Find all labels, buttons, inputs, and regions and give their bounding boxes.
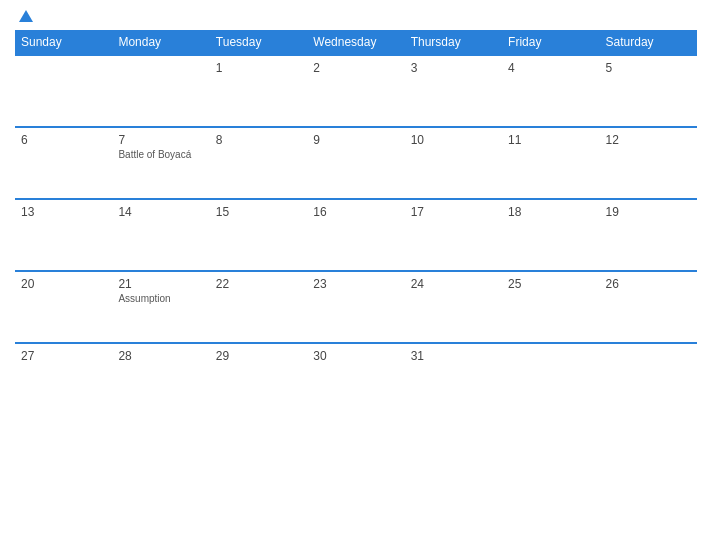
calendar-cell bbox=[15, 55, 112, 127]
day-number: 18 bbox=[508, 205, 593, 219]
calendar-cell: 13 bbox=[15, 199, 112, 271]
calendar-cell bbox=[112, 55, 209, 127]
day-number: 20 bbox=[21, 277, 106, 291]
calendar-cell: 15 bbox=[210, 199, 307, 271]
day-number: 11 bbox=[508, 133, 593, 147]
weekday-header-monday: Monday bbox=[112, 30, 209, 55]
week-row-1: 67Battle of Boyacá89101112 bbox=[15, 127, 697, 199]
calendar-cell: 25 bbox=[502, 271, 599, 343]
weekday-header-sunday: Sunday bbox=[15, 30, 112, 55]
day-number: 13 bbox=[21, 205, 106, 219]
event-label: Battle of Boyacá bbox=[118, 149, 203, 160]
logo bbox=[15, 10, 36, 24]
day-number: 31 bbox=[411, 349, 496, 363]
calendar-cell: 9 bbox=[307, 127, 404, 199]
day-number: 4 bbox=[508, 61, 593, 75]
calendar-cell: 28 bbox=[112, 343, 209, 415]
weekday-header-saturday: Saturday bbox=[600, 30, 697, 55]
calendar-cell: 5 bbox=[600, 55, 697, 127]
day-number: 6 bbox=[21, 133, 106, 147]
calendar-cell: 29 bbox=[210, 343, 307, 415]
day-number: 19 bbox=[606, 205, 691, 219]
day-number: 25 bbox=[508, 277, 593, 291]
week-row-4: 2728293031 bbox=[15, 343, 697, 415]
day-number: 5 bbox=[606, 61, 691, 75]
weekday-header-tuesday: Tuesday bbox=[210, 30, 307, 55]
calendar-cell: 2 bbox=[307, 55, 404, 127]
calendar-cell: 24 bbox=[405, 271, 502, 343]
calendar-cell: 20 bbox=[15, 271, 112, 343]
calendar-cell: 12 bbox=[600, 127, 697, 199]
day-number: 1 bbox=[216, 61, 301, 75]
calendar-cell: 6 bbox=[15, 127, 112, 199]
calendar-cell: 26 bbox=[600, 271, 697, 343]
day-number: 29 bbox=[216, 349, 301, 363]
calendar-cell: 14 bbox=[112, 199, 209, 271]
day-number: 8 bbox=[216, 133, 301, 147]
day-number: 14 bbox=[118, 205, 203, 219]
calendar-cell: 17 bbox=[405, 199, 502, 271]
day-number: 23 bbox=[313, 277, 398, 291]
day-number: 16 bbox=[313, 205, 398, 219]
week-row-3: 2021Assumption2223242526 bbox=[15, 271, 697, 343]
calendar-cell: 27 bbox=[15, 343, 112, 415]
calendar-cell: 7Battle of Boyacá bbox=[112, 127, 209, 199]
calendar-cell: 10 bbox=[405, 127, 502, 199]
calendar-cell: 23 bbox=[307, 271, 404, 343]
calendar-cell: 8 bbox=[210, 127, 307, 199]
day-number: 17 bbox=[411, 205, 496, 219]
calendar-cell: 22 bbox=[210, 271, 307, 343]
day-number: 9 bbox=[313, 133, 398, 147]
day-number: 22 bbox=[216, 277, 301, 291]
calendar-cell: 31 bbox=[405, 343, 502, 415]
day-number: 7 bbox=[118, 133, 203, 147]
logo-triangle-icon bbox=[19, 10, 33, 22]
weekday-header-row: SundayMondayTuesdayWednesdayThursdayFrid… bbox=[15, 30, 697, 55]
day-number: 15 bbox=[216, 205, 301, 219]
week-row-0: 12345 bbox=[15, 55, 697, 127]
calendar-cell: 1 bbox=[210, 55, 307, 127]
day-number: 21 bbox=[118, 277, 203, 291]
day-number: 10 bbox=[411, 133, 496, 147]
week-row-2: 13141516171819 bbox=[15, 199, 697, 271]
weekday-header-thursday: Thursday bbox=[405, 30, 502, 55]
day-number: 26 bbox=[606, 277, 691, 291]
calendar-cell: 11 bbox=[502, 127, 599, 199]
header bbox=[15, 10, 697, 24]
calendar-cell: 16 bbox=[307, 199, 404, 271]
calendar-table: SundayMondayTuesdayWednesdayThursdayFrid… bbox=[15, 30, 697, 415]
calendar-cell bbox=[600, 343, 697, 415]
day-number: 28 bbox=[118, 349, 203, 363]
day-number: 12 bbox=[606, 133, 691, 147]
day-number: 30 bbox=[313, 349, 398, 363]
calendar-cell bbox=[502, 343, 599, 415]
calendar-cell: 21Assumption bbox=[112, 271, 209, 343]
event-label: Assumption bbox=[118, 293, 203, 304]
day-number: 27 bbox=[21, 349, 106, 363]
calendar-cell: 3 bbox=[405, 55, 502, 127]
day-number: 3 bbox=[411, 61, 496, 75]
day-number: 24 bbox=[411, 277, 496, 291]
day-number: 2 bbox=[313, 61, 398, 75]
weekday-header-friday: Friday bbox=[502, 30, 599, 55]
calendar-cell: 19 bbox=[600, 199, 697, 271]
calendar-cell: 4 bbox=[502, 55, 599, 127]
calendar-page: SundayMondayTuesdayWednesdayThursdayFrid… bbox=[0, 0, 712, 550]
calendar-cell: 30 bbox=[307, 343, 404, 415]
weekday-header-wednesday: Wednesday bbox=[307, 30, 404, 55]
calendar-cell: 18 bbox=[502, 199, 599, 271]
